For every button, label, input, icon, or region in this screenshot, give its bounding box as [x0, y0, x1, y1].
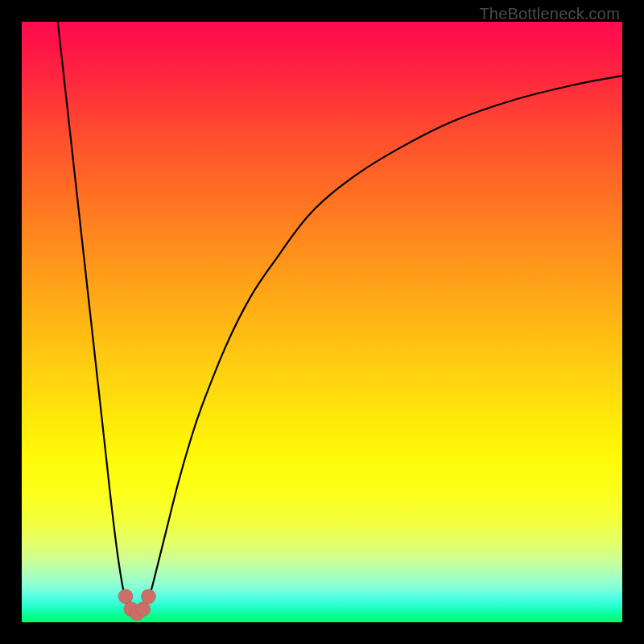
plot-area [22, 22, 622, 622]
chart-frame: TheBottleneck.com [0, 0, 644, 644]
curve-min-marker [136, 602, 151, 617]
watermark-text: TheBottleneck.com [479, 5, 620, 23]
bottleneck-curve [58, 22, 622, 617]
curve-svg [22, 22, 622, 622]
curve-min-marker [141, 589, 155, 604]
curve-min-markers [118, 589, 155, 621]
curve-min-marker [118, 589, 133, 604]
